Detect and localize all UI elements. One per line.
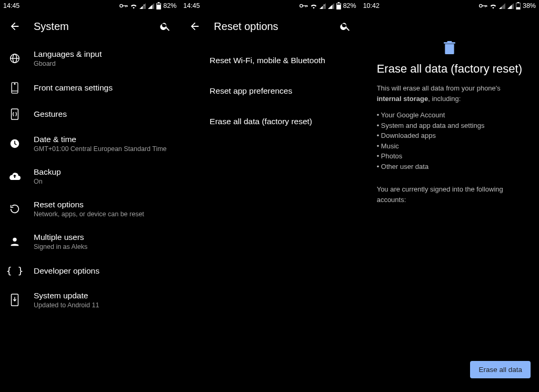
- wifi-icon: [310, 3, 317, 9]
- status-bar: 14:45 x 82%: [0, 0, 179, 12]
- status-time: 10:42: [363, 2, 380, 9]
- row-title: Reset options: [34, 200, 144, 209]
- status-right: x 82%: [119, 2, 176, 9]
- svg-rect-28: [485, 5, 485, 7]
- row-gestures[interactable]: Gestures: [0, 101, 179, 127]
- erase-bullet: Music: [377, 141, 522, 152]
- opt-reset-app-prefs[interactable]: Reset app preferences: [180, 76, 359, 106]
- erase-bullet: Downloaded apps: [377, 130, 522, 141]
- row-date-time[interactable]: Date & timeGMT+01:00 Central European St…: [0, 127, 179, 160]
- row-sub: Network, apps, or device can be reset: [34, 210, 144, 218]
- back-button[interactable]: [187, 19, 202, 34]
- globe-icon: [8, 53, 21, 64]
- opt-erase-all-data[interactable]: Erase all data (factory reset): [180, 106, 359, 137]
- svg-rect-29: [486, 5, 487, 7]
- svg-rect-35: [447, 41, 452, 43]
- screen-system: 14:45 x 82% System Languages & inputGboa…: [0, 0, 179, 392]
- search-button[interactable]: [338, 19, 352, 33]
- user-icon: [8, 236, 21, 247]
- status-battery-text: 82%: [163, 2, 176, 9]
- svg-rect-1: [123, 5, 127, 6]
- row-sub: GMT+01:00 Central European Standard Time: [34, 145, 167, 153]
- svg-rect-25: [337, 4, 341, 5]
- app-bar: Reset options: [180, 12, 359, 40]
- svg-rect-19: [303, 5, 307, 6]
- svg-rect-27: [482, 5, 487, 6]
- row-front-camera[interactable]: Front camera settings: [0, 75, 179, 101]
- svg-point-12: [14, 84, 15, 85]
- erase-all-data-button[interactable]: Erase all data: [470, 361, 531, 378]
- cloud-upload-icon: [8, 172, 21, 181]
- wifi-icon: [490, 3, 497, 9]
- erase-bullet: System and app data and settings: [377, 120, 522, 131]
- reset-icon: [8, 203, 21, 215]
- row-sub: On: [34, 178, 61, 185]
- key-icon: [119, 3, 128, 8]
- row-developer-options[interactable]: { } Developer options: [0, 258, 179, 284]
- erase-intro: This will erase all data from your phone…: [377, 83, 522, 104]
- row-system-update[interactable]: System updateUpdated to Android 11: [0, 284, 179, 316]
- row-title: Multiple users: [34, 233, 87, 242]
- reset-options-list: Reset Wi-Fi, mobile & Bluetooth Reset ap…: [180, 40, 359, 139]
- page-title: Reset options: [214, 21, 338, 33]
- row-title: System update: [34, 291, 99, 300]
- svg-point-18: [300, 4, 302, 7]
- row-sub: Signed in as Aleks: [34, 243, 87, 250]
- row-title: Languages & input: [34, 49, 102, 59]
- battery-icon: [156, 2, 161, 9]
- row-title: Backup: [34, 167, 61, 177]
- svg-point-16: [13, 238, 16, 242]
- wifi-icon: [130, 3, 137, 9]
- svg-rect-21: [307, 5, 307, 7]
- signal-1-icon: x: [320, 3, 326, 9]
- svg-point-0: [120, 4, 123, 7]
- phone-camera-icon: [8, 82, 21, 94]
- row-title: Gestures: [34, 109, 67, 119]
- row-multiple-users[interactable]: Multiple usersSigned in as Aleks: [0, 225, 179, 258]
- svg-rect-7: [157, 4, 161, 5]
- svg-rect-20: [305, 5, 306, 7]
- key-icon: [300, 3, 308, 8]
- row-title: Front camera settings: [34, 83, 113, 93]
- trash-icon: [444, 41, 455, 55]
- erase-title: Erase all data (factory reset): [371, 62, 528, 76]
- status-bar: 14:45 x 82%: [180, 0, 359, 12]
- svg-rect-23: [337, 2, 340, 3]
- gestures-icon: [8, 108, 21, 120]
- developer-icon: { }: [8, 265, 21, 276]
- status-time: 14:45: [183, 2, 199, 9]
- opt-reset-network[interactable]: Reset Wi-Fi, mobile & Bluetooth: [180, 45, 359, 76]
- row-languages-input[interactable]: Languages & inputGboard: [0, 42, 179, 75]
- erase-signed-text: You are currently signed into the follow…: [377, 184, 522, 205]
- back-button[interactable]: [7, 19, 22, 34]
- row-reset-options[interactable]: Reset optionsNetwork, apps, or device ca…: [0, 193, 179, 225]
- screen-erase-all-data: 10:42 38% Erase all data (factory reset)…: [360, 0, 539, 392]
- svg-point-26: [480, 4, 482, 7]
- screen-reset-options: 14:45 x 82% Reset options Reset Wi-Fi, m…: [179, 0, 359, 392]
- row-sub: Updated to Android 11: [34, 301, 99, 309]
- svg-rect-2: [126, 5, 126, 7]
- system-update-icon: [8, 294, 21, 306]
- battery-icon: [336, 2, 341, 9]
- svg-rect-3: [127, 5, 127, 7]
- status-battery-text: 82%: [343, 2, 356, 9]
- erase-bullet-list: Your Google Account System and app data …: [377, 110, 522, 172]
- signal-2-icon: [507, 3, 514, 9]
- erase-bullet: Other user data: [377, 162, 522, 172]
- signal-1-icon: x: [139, 3, 146, 9]
- status-bar: 10:42 38%: [360, 0, 539, 12]
- key-icon: [479, 3, 487, 8]
- status-battery-text: 38%: [523, 2, 536, 9]
- battery-icon: [516, 2, 521, 9]
- app-bar: System: [0, 12, 179, 40]
- row-backup[interactable]: BackupOn: [0, 160, 179, 193]
- status-right: x 82%: [300, 2, 356, 9]
- svg-text:x: x: [143, 3, 145, 6]
- row-title: Developer options: [34, 266, 99, 276]
- erase-bullet: Photos: [377, 151, 522, 162]
- erase-content: Erase all data (factory reset) This will…: [360, 12, 539, 205]
- search-button[interactable]: [158, 19, 172, 33]
- erase-bullet: Your Google Account: [377, 110, 522, 120]
- svg-rect-33: [445, 44, 454, 54]
- status-time: 14:45: [3, 2, 19, 9]
